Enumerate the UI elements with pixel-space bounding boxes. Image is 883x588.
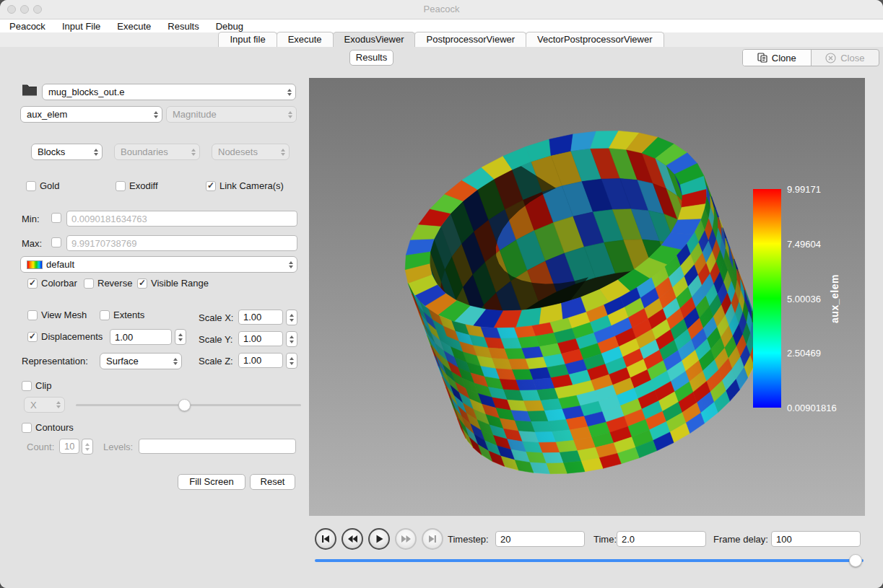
component-select-value: Magnitude bbox=[173, 109, 217, 120]
boundaries-select: Boundaries bbox=[114, 144, 200, 160]
max-input[interactable] bbox=[66, 235, 297, 251]
skip-to-start-button[interactable] bbox=[315, 528, 336, 550]
updown-arrows-icon bbox=[289, 261, 293, 268]
scale-y-input[interactable] bbox=[238, 331, 283, 346]
representation-select[interactable]: Surface bbox=[100, 353, 182, 369]
updown-arrows-icon bbox=[94, 149, 98, 156]
tab-postprocessor-viewer[interactable]: PostprocessorViewer bbox=[414, 32, 526, 47]
checkbox-box bbox=[116, 181, 126, 191]
tab-vectorpostprocessor-viewer[interactable]: VectorPostprocessorViewer bbox=[526, 32, 664, 47]
menu-debug[interactable]: Debug bbox=[216, 21, 243, 32]
checkbox-box bbox=[51, 213, 61, 223]
title-bar: Peacock bbox=[0, 0, 883, 19]
tab-input-file[interactable]: Input file bbox=[218, 32, 277, 47]
updown-arrows-icon bbox=[56, 401, 61, 408]
scale-z-input[interactable] bbox=[238, 353, 283, 368]
menu-results[interactable]: Results bbox=[168, 21, 199, 32]
clone-icon bbox=[757, 53, 767, 63]
link-cameras-checkbox[interactable]: Link Camera(s) bbox=[206, 180, 284, 191]
checkbox-box bbox=[100, 310, 110, 320]
boundaries-select-value: Boundaries bbox=[121, 146, 168, 157]
exodiff-checkbox[interactable]: Exodiff bbox=[116, 180, 158, 191]
colorbar-checkbox[interactable]: Colorbar bbox=[27, 278, 77, 289]
min-input[interactable] bbox=[66, 211, 297, 227]
menu-peacock[interactable]: Peacock bbox=[9, 21, 45, 32]
close-label: Close bbox=[840, 53, 864, 63]
extents-checkbox[interactable]: Extents bbox=[100, 310, 144, 320]
representation-label: Representation: bbox=[22, 356, 88, 367]
timestep-input[interactable] bbox=[495, 531, 585, 547]
clone-label: Clone bbox=[772, 53, 796, 63]
checkbox-box bbox=[27, 332, 38, 342]
step-back-button[interactable] bbox=[342, 528, 363, 550]
rewind-icon bbox=[347, 534, 358, 544]
clip-slider-thumb[interactable] bbox=[178, 399, 191, 411]
checkbox-box bbox=[84, 278, 94, 289]
skip-to-end-icon bbox=[427, 534, 438, 544]
updown-arrows-icon bbox=[281, 149, 285, 156]
view-mesh-checkbox[interactable]: View Mesh bbox=[27, 310, 87, 320]
timestep-label: Timestep: bbox=[448, 534, 489, 545]
colorbar-tick: 0.00901816 bbox=[787, 403, 837, 413]
exodus-viewer-pane: Results Clone Close mug_blocks_out.e aux… bbox=[0, 47, 883, 588]
min-checkbox[interactable] bbox=[51, 213, 61, 223]
gold-checkbox[interactable]: Gold bbox=[26, 180, 59, 191]
min-label: Min: bbox=[22, 214, 40, 224]
menu-execute[interactable]: Execute bbox=[117, 21, 151, 32]
skip-to-start-icon bbox=[321, 534, 331, 544]
scale-z-stepper[interactable] bbox=[286, 353, 297, 369]
tab-strip: Input file Execute ExodusViewer Postproc… bbox=[0, 32, 883, 47]
timestep-slider-track[interactable] bbox=[315, 559, 864, 562]
displacements-input[interactable] bbox=[110, 329, 172, 345]
contours-checkbox[interactable]: Contours bbox=[22, 422, 74, 433]
reset-button[interactable]: Reset bbox=[250, 474, 295, 490]
tab-execute[interactable]: Execute bbox=[277, 32, 334, 47]
colormap-select[interactable]: default bbox=[20, 256, 297, 273]
skip-to-end-button bbox=[422, 528, 443, 550]
tab-results[interactable]: Results bbox=[349, 50, 393, 66]
fill-screen-button[interactable]: Fill Screen bbox=[178, 474, 245, 490]
timestep-slider-thumb[interactable] bbox=[849, 554, 862, 567]
colorbar-tick: 2.50469 bbox=[787, 348, 821, 359]
time-input[interactable] bbox=[617, 531, 706, 547]
component-select: Magnitude bbox=[166, 106, 297, 123]
updown-arrows-icon bbox=[154, 111, 158, 118]
checkbox-box bbox=[22, 423, 32, 433]
count-stepper bbox=[82, 439, 93, 455]
scale-x-stepper[interactable] bbox=[286, 310, 297, 325]
frame-delay-input[interactable] bbox=[771, 531, 861, 547]
checkbox-box bbox=[26, 181, 36, 191]
variable-select-value: aux_elem bbox=[27, 109, 67, 120]
max-label: Max: bbox=[22, 238, 42, 249]
clone-button[interactable]: Clone bbox=[743, 50, 812, 66]
checkbox-box bbox=[137, 278, 147, 289]
colorbar-tick: 9.99171 bbox=[787, 184, 821, 195]
levels-input bbox=[139, 439, 296, 454]
clip-checkbox[interactable]: Clip bbox=[22, 380, 51, 391]
levels-label: Levels: bbox=[103, 442, 133, 452]
displacements-stepper[interactable] bbox=[175, 329, 186, 345]
max-checkbox[interactable] bbox=[51, 237, 61, 247]
displacements-checkbox[interactable]: Displacements bbox=[27, 331, 103, 342]
blocks-select[interactable]: Blocks bbox=[31, 144, 103, 160]
updown-arrows-icon bbox=[287, 89, 292, 96]
scale-y-label: Scale Y: bbox=[199, 334, 232, 345]
open-file-folder-icon[interactable] bbox=[22, 84, 38, 97]
scale-x-input[interactable] bbox=[238, 310, 283, 325]
file-select[interactable]: mug_blocks_out.e bbox=[42, 84, 296, 100]
tab-exodus-viewer[interactable]: ExodusViewer bbox=[333, 32, 416, 47]
scale-y-stepper[interactable] bbox=[286, 331, 297, 347]
checkbox-box bbox=[206, 181, 216, 191]
visible-range-checkbox[interactable]: Visible Range bbox=[137, 278, 209, 289]
close-button[interactable]: Close bbox=[812, 50, 879, 66]
render-viewport[interactable]: 9.991717.496045.000362.504690.00901816 a… bbox=[309, 78, 865, 516]
play-button[interactable] bbox=[368, 528, 390, 550]
step-forward-button bbox=[395, 528, 417, 550]
peacock-window: Peacock Peacock Input File Execute Resul… bbox=[0, 0, 883, 588]
variable-select[interactable]: aux_elem bbox=[20, 106, 162, 123]
play-icon bbox=[374, 534, 384, 544]
menu-input-file[interactable]: Input File bbox=[62, 21, 100, 32]
reverse-checkbox[interactable]: Reverse bbox=[84, 278, 132, 289]
checkbox-box bbox=[27, 310, 38, 320]
clone-close-group: Clone Close bbox=[742, 49, 879, 66]
